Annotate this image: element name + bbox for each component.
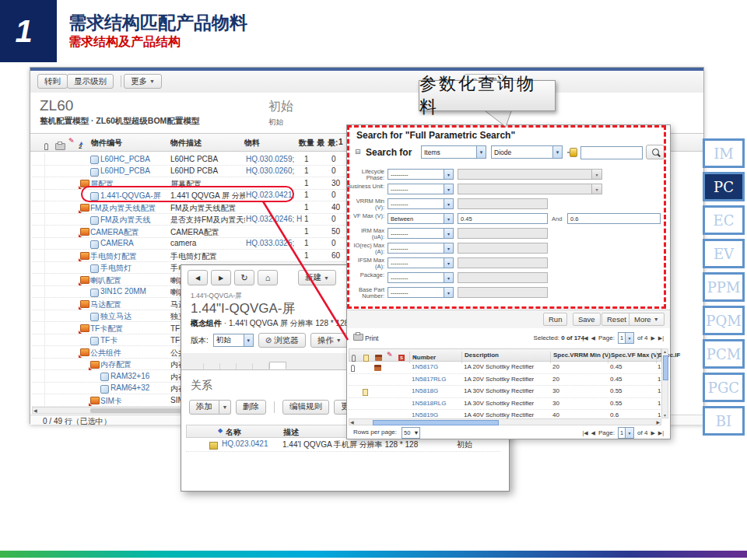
sidebar-module-button[interactable]: EV — [703, 239, 745, 268]
col-number[interactable]: 物件编号 — [91, 138, 122, 149]
item-number-link[interactable]: L60HC_PCBA — [100, 155, 150, 163]
display-level-button[interactable]: 显示级别 — [67, 74, 114, 89]
results-horizontal-scrollbar[interactable]: ◀ ▶ — [349, 418, 661, 425]
item-number-link[interactable]: 独立马达 — [100, 311, 132, 322]
print-label[interactable]: Print — [365, 334, 378, 342]
sidebar-module-button[interactable]: PGC — [703, 373, 745, 402]
item-number-link[interactable]: 内存配置 — [100, 359, 132, 370]
col-description[interactable]: 描述 — [283, 427, 299, 438]
col-description[interactable]: 物件描述 — [170, 138, 202, 149]
col-vrrm[interactable]: Spec.VRRM Min (V) — [553, 352, 611, 359]
last-page-icon[interactable]: ▶| — [658, 430, 664, 436]
col-name[interactable]: 名称 — [226, 427, 241, 438]
tab[interactable] — [237, 363, 253, 369]
results-vertical-scrollbar[interactable]: ▲▼ — [661, 348, 668, 418]
item-material-link[interactable]: HQ.030.0260; — [246, 166, 303, 175]
part-number-link[interactable]: 1N5817RLG — [412, 376, 446, 383]
item-number-link[interactable]: L60HD_PCBA — [100, 166, 150, 175]
home-button[interactable]: ⌂ — [258, 270, 278, 285]
tab[interactable] — [253, 363, 269, 369]
save-button[interactable]: Save — [573, 313, 601, 326]
sidebar-module-button[interactable]: EC — [703, 205, 745, 235]
item-number-link[interactable]: 马达配置 — [90, 299, 121, 310]
col-vf[interactable]: Spec.VF Max (V) — [611, 352, 659, 359]
sort-badge[interactable]: 2▲ — [79, 139, 84, 146]
part-number-link[interactable]: 1N5818G — [412, 387, 438, 394]
print-icon[interactable] — [353, 334, 363, 342]
part-number-link[interactable]: 1N5817G — [412, 363, 438, 370]
page-select[interactable]: 1▼ — [618, 427, 634, 439]
new-button[interactable]: 新建▼ — [298, 270, 336, 285]
item-material-link[interactable]: HQ.032.0246; H — [246, 215, 303, 223]
table-row[interactable]: L60HD_PCBA L60HD PCBA HQ.030.0260; 1 0 — [32, 166, 347, 178]
add-split-button[interactable]: 添加 ▼ — [189, 400, 231, 415]
item-number-link[interactable]: 公共组件 — [90, 348, 121, 359]
action-button[interactable]: 操作▼ — [310, 333, 349, 348]
table-row[interactable]: L60HC_PCBA L60HC PCBA HQ.030.0259; 1 0 — [32, 153, 347, 166]
table-row[interactable]: FM及内置天线 是否支持FM及内置天线 HQ.032.0246; H 1 0 — [32, 214, 347, 226]
browser-button[interactable]: ⊘浏览器 — [258, 333, 306, 348]
reset-button[interactable]: Reset — [601, 313, 632, 326]
col-min[interactable]: 最 — [317, 138, 324, 149]
table-row[interactable]: CAMERA camera HQ.033.0325; 1 0 — [32, 238, 347, 250]
version-select[interactable]: 初始▼ — [213, 334, 254, 347]
item-number-link[interactable]: RAM64+32 — [110, 383, 149, 392]
item-number-link[interactable]: CAMERA — [100, 239, 134, 247]
tab[interactable] — [188, 363, 204, 369]
item-number-link[interactable]: SIM卡 — [100, 396, 122, 407]
item-number-link[interactable]: TF卡 — [100, 335, 117, 346]
item-number-link[interactable]: 手电筒灯 — [100, 263, 132, 274]
relation-number-link[interactable]: HQ.023.0421 — [222, 439, 268, 448]
result-row[interactable]: 1N5818RLG 1A 30V Schottky Rectifier 30 0… — [349, 398, 661, 411]
back-button[interactable]: ◀ — [188, 270, 208, 285]
sidebar-module-button[interactable]: BI — [703, 406, 745, 436]
result-row[interactable]: 1N5818G 1A 30V Schottky Rectifier 30 0.5… — [349, 386, 661, 398]
sidebar-module-button[interactable]: PCM — [703, 339, 745, 369]
forward-button[interactable]: ▶ — [211, 270, 231, 285]
tab[interactable] — [204, 363, 220, 369]
sidebar-module-button[interactable]: PPM — [703, 272, 745, 302]
tab[interactable] — [220, 363, 237, 369]
part-number-link[interactable]: 1N5819G — [412, 411, 438, 418]
col-material[interactable]: 物料 — [244, 138, 260, 149]
item-number-link[interactable]: 3IN1C 20MM — [100, 287, 146, 296]
item-number-link[interactable]: 手电筒灯配置 — [90, 251, 137, 262]
first-page-icon[interactable]: |◀ — [582, 335, 587, 341]
result-row[interactable]: 1N5817G 1A 20V Schottky Rectifier 20 0.4… — [349, 362, 661, 374]
item-number-link[interactable]: TF卡配置 — [90, 324, 123, 334]
item-number-link[interactable]: RAM32+16 — [110, 372, 149, 380]
first-page-icon[interactable]: |◀ — [582, 430, 587, 436]
page-select[interactable]: 1▼ — [618, 332, 634, 344]
result-row[interactable]: 1N5817RLG 1A 20V Schottky Rectifier 20 0… — [349, 374, 661, 387]
edit-rule-button[interactable]: 编辑规则 — [282, 400, 329, 415]
table-row[interactable]: FM及内置天线配置 FM及内置天线配置 1 40 — [32, 201, 347, 214]
sidebar-module-button[interactable]: IM — [703, 138, 745, 168]
item-number-link[interactable]: FM及内置天线 — [100, 215, 150, 226]
next-page-icon[interactable]: ▶ — [651, 430, 654, 436]
tab[interactable] — [269, 362, 286, 369]
sidebar-module-button[interactable]: PC — [703, 172, 745, 201]
part-number-link[interactable]: 1N5818RLG — [412, 400, 446, 407]
item-number-link[interactable]: FM及内置天线配置 — [90, 203, 156, 214]
result-row[interactable]: 1N5819G 1A 40V Schottky Rectifier 40 0.6… — [349, 410, 661, 418]
next-page-icon[interactable]: ▶ — [651, 335, 654, 341]
table-row[interactable]: 手电筒灯配置 手电筒灯配置 1 60 — [32, 250, 347, 262]
prev-page-icon[interactable]: ◀ — [591, 430, 595, 436]
refresh-button[interactable]: ↻ — [234, 270, 254, 285]
more-button[interactable]: 更多▼ — [124, 74, 162, 89]
rows-per-page-select[interactable]: 50▼ — [402, 427, 420, 439]
col-qty[interactable]: 数量 — [299, 138, 314, 149]
col-description[interactable]: Description — [465, 352, 499, 359]
item-number-link[interactable]: CAMERA配置 — [90, 227, 139, 238]
item-material-link[interactable]: HQ.033.0325; — [246, 239, 303, 247]
goto-button[interactable]: 转到 — [37, 74, 68, 89]
more-button[interactable]: More▼ — [629, 313, 665, 326]
table-row[interactable]: CAMERA配置 CAMERA配置 1 50 — [32, 226, 347, 238]
col-max[interactable]: 最: — [328, 138, 338, 149]
delete-button[interactable]: 删除 — [236, 400, 266, 415]
last-page-icon[interactable]: ▶| — [658, 335, 664, 341]
sidebar-module-button[interactable]: PQM — [703, 306, 745, 335]
run-button[interactable]: Run — [543, 313, 567, 326]
item-material-link[interactable]: HQ.030.0259; — [246, 155, 303, 163]
scroll-left-icon[interactable]: ◀ — [33, 408, 37, 414]
